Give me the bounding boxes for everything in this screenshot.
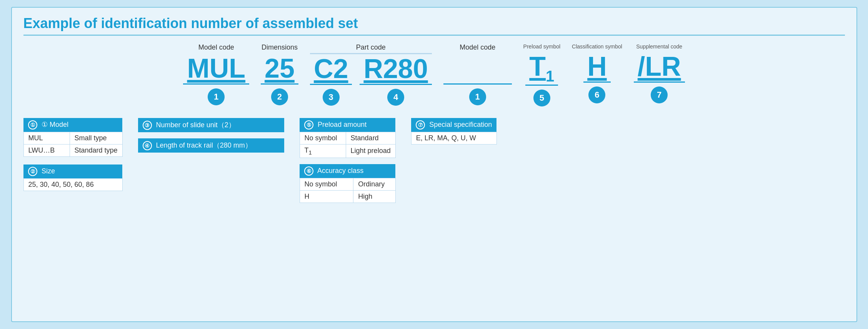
diagram-code-h: H (583, 52, 611, 83)
table-row: E, LR, MA, Q, U, W (411, 132, 496, 145)
size-table: ② Size 25, 30, 40, 50, 60, 86 (23, 164, 123, 191)
diagram-num-6: 6 (588, 86, 605, 103)
diagram-code-25: 25 (261, 54, 298, 85)
circle-1: ① (28, 120, 37, 130)
size-values: 25, 30, 40, 50, 60, 86 (23, 179, 122, 191)
diagram-group-c2: C2 3 (310, 54, 352, 106)
diagram-group-preload: Preload symbol T1 5 (523, 43, 561, 106)
special-table: ⑦ Special specification E, LR, MA, Q, U,… (411, 118, 497, 145)
preload-table: ⑤ Preload amount No symbol Standard T1 L… (300, 118, 396, 158)
diagram-group-classification: Classification symbol H 6 (572, 43, 622, 103)
special-values: E, LR, MA, Q, U, W (411, 132, 496, 145)
diagram-section: Model code MUL 1 Dimensions 25 2 Part co… (23, 43, 845, 106)
circle-4: ④ (143, 141, 152, 150)
tables-section: ① ① Model MUL Small type LWU…B Standard … (23, 118, 845, 203)
diagram-num-5: 5 (533, 90, 550, 106)
circle-2: ② (28, 167, 37, 176)
preload-header-text: Preload amount (318, 121, 367, 128)
diagram-group-r280: R280 4 (360, 54, 432, 106)
accuracy-row2-col1: H (300, 190, 353, 203)
table-row: No symbol Standard (300, 132, 395, 145)
main-container: Example of identification number of asse… (11, 7, 857, 322)
diagram-label-preload: Preload symbol (523, 43, 561, 50)
preload-row1-col1: No symbol (300, 132, 346, 145)
diagram-label-partcode: Part code (356, 43, 386, 52)
circle-5: ⑤ (304, 120, 313, 130)
size-table-header: ② Size (23, 164, 122, 179)
table-row: T1 Light preload (300, 145, 395, 158)
model-row1-col2: Small type (70, 132, 122, 145)
track-rail-header: ④ Length of track rail（280 mm） (138, 138, 284, 153)
accuracy-table-header: ⑥ Accuracy class (300, 164, 395, 178)
accuracy-table: ⑥ Accuracy class No symbol Ordinary H Hi… (300, 164, 396, 203)
table-row: 25, 30, 40, 50, 60, 86 (23, 179, 122, 191)
part-code-codes: C2 3 R280 4 (310, 54, 432, 106)
model-table: ① ① Model MUL Small type LWU…B Standard … (23, 118, 123, 157)
left-tables: ① ① Model MUL Small type LWU…B Standard … (23, 118, 123, 191)
model-header-text: ① Model (42, 121, 68, 128)
diagram-label-classification: Classification symbol (572, 43, 622, 50)
right-tables: ⑤ Preload amount No symbol Standard T1 L… (300, 118, 396, 203)
model-row1-col1: MUL (23, 132, 70, 145)
diagram-code-lr: /LR (634, 52, 685, 83)
track-rail-text: Length of track rail（280 mm） (156, 141, 252, 149)
diagram-label-dimensions: Dimensions (262, 43, 298, 52)
diagram-code-r280: R280 (360, 54, 432, 85)
accuracy-row2-col2: High (353, 190, 395, 203)
far-right-tables: ⑦ Special specification E, LR, MA, Q, U,… (411, 118, 497, 145)
special-table-header: ⑦ Special specification (411, 118, 496, 132)
diagram-group-model: Model code MUL 1 (183, 43, 249, 105)
diagram-num-1b: 1 (469, 88, 486, 105)
diagram-group-partcode: Part code C2 3 R280 4 (310, 43, 432, 106)
diagram-num-2: 2 (271, 88, 288, 105)
preload-row1-col2: Standard (346, 132, 395, 145)
accuracy-row1-col1: No symbol (300, 178, 353, 190)
model-row2-col2: Standard type (70, 145, 122, 157)
diagram-group-model2: Model code __ 1 (443, 43, 512, 105)
model-row2-col1: LWU…B (23, 145, 70, 157)
table-row: H High (300, 190, 395, 203)
preload-row2-col2: Light preload (346, 145, 395, 158)
table-row: LWU…B Standard type (23, 145, 122, 157)
page-title: Example of identification number of asse… (23, 15, 845, 36)
accuracy-header-text: Accuracy class (317, 167, 363, 174)
circle-7: ⑦ (416, 120, 425, 130)
diagram-code-c2: C2 (310, 54, 352, 85)
diagram-label-model: Model code (198, 43, 234, 52)
table-row: No symbol Ordinary (300, 178, 395, 190)
accuracy-row1-col2: Ordinary (353, 178, 395, 190)
diagram-label-supplemental: Supplemental code (636, 43, 682, 50)
diagram-code-blank: __ (443, 54, 512, 85)
middle-tables: ③ Number of slide unit（2） ④ Length of tr… (138, 118, 284, 153)
circle-6: ⑥ (304, 166, 313, 176)
table-row: MUL Small type (23, 132, 122, 145)
diagram-group-dimensions: Dimensions 25 2 (261, 43, 298, 105)
special-header-text: Special specification (429, 121, 492, 128)
diagram-num-3: 3 (323, 89, 340, 106)
diagram-num-1a: 1 (208, 88, 225, 105)
diagram-code-mul: MUL (183, 54, 249, 85)
diagram-num-4: 4 (387, 89, 404, 106)
diagram-code-t1: T1 (525, 52, 558, 86)
preload-table-header: ⑤ Preload amount (300, 118, 395, 132)
diagram-num-7: 7 (651, 86, 668, 103)
preload-row2-col1: T1 (300, 145, 346, 158)
diagram-label-model2: Model code (460, 43, 495, 52)
circle-3: ③ (143, 121, 152, 130)
slide-unit-text: Number of slide unit（2） (156, 121, 235, 129)
slide-unit-header: ③ Number of slide unit（2） (138, 118, 284, 132)
size-header-text: Size (42, 167, 55, 175)
model-table-header: ① ① Model (23, 118, 122, 132)
diagram-group-supplemental: Supplemental code /LR 7 (634, 43, 685, 103)
